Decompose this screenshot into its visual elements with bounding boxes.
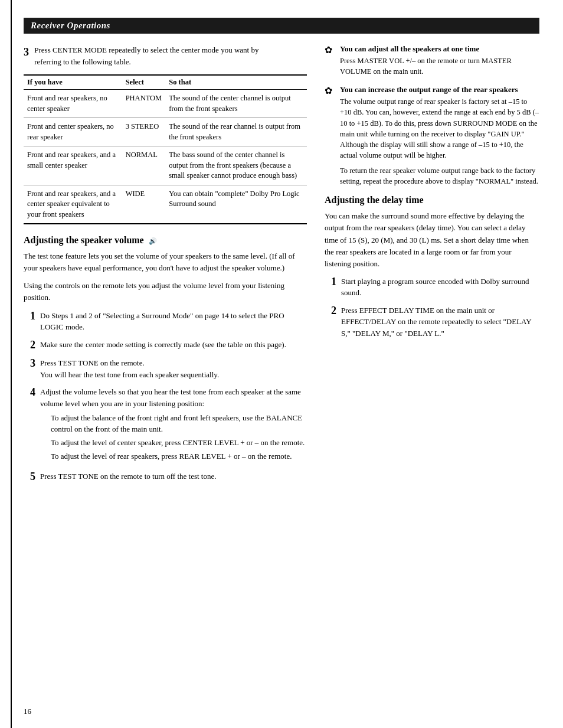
delay-steps-list: 1Start playing a program source encoded … (325, 276, 539, 339)
step-number: 3 (24, 357, 35, 380)
speaker-step-item: 4Adjust the volume levels so that you he… (24, 386, 307, 464)
tip-title: You can adjust all the speakers at one t… (340, 44, 539, 54)
speaker-intro: The test tone feature lets you set the v… (24, 250, 307, 274)
speaker-steps-list: 1Do Steps 1 and 2 of "Selecting a Surrou… (24, 310, 307, 484)
step-number: 5 (24, 471, 35, 484)
col-header-if-you-have: If you have (24, 75, 122, 90)
delay-step-item: 1Start playing a program source encoded … (325, 276, 539, 299)
speaker-step-item: 5Press TEST TONE on the remote to turn o… (24, 471, 307, 484)
step3-number: 3 (24, 46, 29, 58)
speaker-step-item: 1Do Steps 1 and 2 of "Selecting a Surrou… (24, 310, 307, 333)
table-row: Front and rear speakers, and a center sp… (24, 185, 307, 224)
step3-text: Press CENTER MODE repeatedly to select t… (34, 44, 282, 67)
step-number: 1 (325, 276, 336, 299)
col-header-so-that: So that (165, 75, 307, 90)
tip-extra: To return the rear speaker volume output… (340, 165, 539, 187)
step-number: 1 (24, 310, 35, 333)
page-number: 16 (24, 707, 31, 716)
mode-table: If you have Select So that Front and rea… (24, 74, 307, 224)
page: Receiver Operations 3 Press CENTER MODE … (0, 0, 563, 728)
table-row: Front and center speakers, no rear speak… (24, 118, 307, 146)
tip-body: The volume output range of rear speaker … (340, 96, 539, 161)
main-content: 3 Press CENTER MODE repeatedly to select… (24, 44, 539, 489)
left-border (11, 0, 12, 728)
tip-block: ✿You can increase the output range of th… (325, 85, 539, 187)
table-row: Front and rear speakers, no center speak… (24, 90, 307, 118)
tip-icon: ✿ (325, 85, 336, 96)
delay-intro: You can make the surround sound more eff… (325, 210, 539, 270)
speaker-icon: 🔊 (149, 237, 157, 244)
tip-body: Press MASTER VOL +/– on the remote or tu… (340, 56, 539, 77)
speaker-step-item: 2Make sure the center mode setting is co… (24, 339, 307, 352)
speaker-step-item: 3Press TEST TONE on the remote.You will … (24, 357, 307, 380)
step3-block: 3 Press CENTER MODE repeatedly to select… (24, 44, 307, 67)
delay-time-title: Adjusting the delay time (325, 195, 539, 205)
delay-step-item: 2Press EFFECT DELAY TIME on the main uni… (325, 305, 539, 339)
col-header-select: Select (122, 75, 166, 90)
header-title: Receiver Operations (31, 21, 110, 30)
step-number: 2 (325, 305, 336, 339)
left-column: 3 Press CENTER MODE repeatedly to select… (24, 44, 307, 489)
step-number: 2 (24, 339, 35, 352)
tip-title: You can increase the output range of the… (340, 85, 539, 94)
right-column: ✿You can adjust all the speakers at one … (325, 44, 539, 489)
table-row: Front and rear speakers, and a small cen… (24, 146, 307, 185)
step-number: 4 (24, 386, 35, 464)
header-bar: Receiver Operations (24, 18, 539, 34)
tip-block: ✿You can adjust all the speakers at one … (325, 44, 539, 77)
tip-icon: ✿ (325, 44, 336, 56)
speaker-volume-title: Adjusting the speaker volume 🔊 (24, 235, 307, 246)
tips-container: ✿You can adjust all the speakers at one … (325, 44, 539, 187)
speaker-para2: Using the controls on the remote lets yo… (24, 280, 307, 303)
